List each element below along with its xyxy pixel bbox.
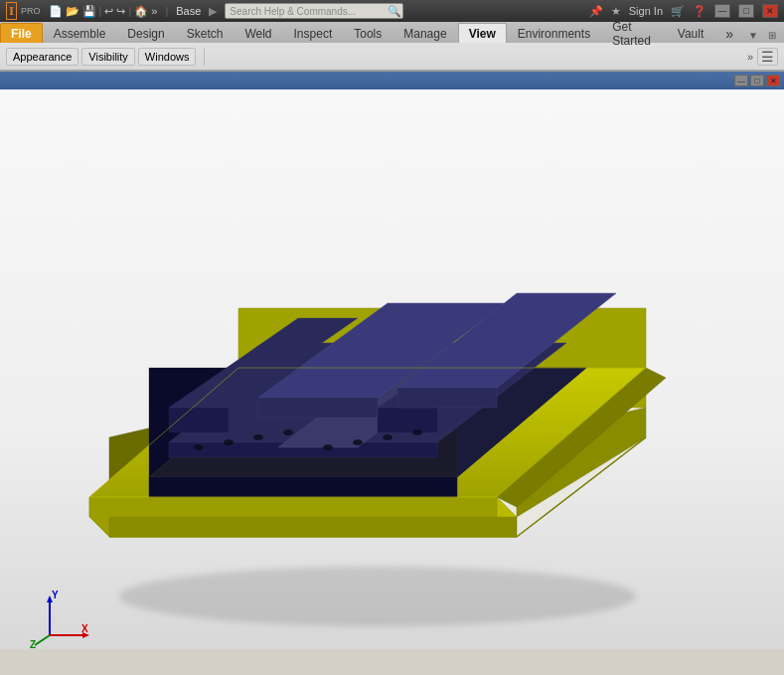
svg-marker-25 xyxy=(397,388,497,408)
help-icon[interactable]: ❓ xyxy=(693,5,706,18)
viewport-titlebar-buttons: — □ ✕ xyxy=(734,75,780,86)
svg-point-32 xyxy=(383,434,392,440)
signin-label[interactable]: Sign In xyxy=(629,5,663,17)
minimize-btn[interactable]: — xyxy=(714,4,730,18)
ribbon-btn-2[interactable]: Visibility xyxy=(81,48,135,66)
svg-point-30 xyxy=(323,444,333,450)
tab-view[interactable]: View xyxy=(458,23,507,43)
tab-more[interactable]: » xyxy=(714,23,744,43)
axes-indicator: Y X Z xyxy=(30,591,89,649)
open-icon[interactable]: 📂 xyxy=(66,5,79,18)
close-btn[interactable]: ✕ xyxy=(762,4,778,18)
viewport-container: — □ ✕ xyxy=(0,72,784,649)
app-icon: I xyxy=(6,2,17,20)
title-bar: I PRO 📄 📂 💾 | ↩ ↪ | 🏠 » | Base ▶ Search … xyxy=(0,0,784,22)
ribbon: File Assemble Design Sketch Weld Inspect… xyxy=(0,22,784,72)
breadcrumb-arrow: ▶ xyxy=(209,5,217,18)
svg-point-28 xyxy=(253,434,263,440)
titlebar-controls: 📌 ★ Sign In 🛒 ❓ — □ ✕ xyxy=(589,4,778,18)
svg-text:Z: Z xyxy=(30,639,36,649)
shop-icon[interactable]: 🛒 xyxy=(671,5,685,18)
cad-model-svg xyxy=(0,89,784,649)
app-edition: PRO xyxy=(21,6,41,16)
tab-design[interactable]: Design xyxy=(116,23,175,43)
maximize-btn[interactable]: □ xyxy=(738,4,754,18)
viewport-maximize-btn[interactable]: □ xyxy=(750,75,764,86)
svg-text:X: X xyxy=(81,623,88,634)
tab-get-started[interactable]: Get Started xyxy=(601,23,667,43)
viewport-3d[interactable]: Y X Z xyxy=(0,89,784,649)
ribbon-btn-3[interactable]: Windows xyxy=(138,48,197,66)
redo-icon[interactable]: ↪ xyxy=(116,5,125,18)
search-box-title[interactable]: Search Help & Commands... xyxy=(225,3,403,19)
breadcrumb-sep: | xyxy=(165,5,168,17)
svg-point-1 xyxy=(119,567,636,626)
titlebar-left: I PRO 📄 📂 💾 | ↩ ↪ | 🏠 » | Base ▶ Search … xyxy=(6,2,401,20)
more-icon[interactable]: » xyxy=(151,5,157,18)
tab-weld[interactable]: Weld xyxy=(234,23,282,43)
ribbon-btn-1[interactable]: Appearance xyxy=(6,48,78,66)
tab-sketch[interactable]: Sketch xyxy=(176,23,235,43)
fav-icon[interactable]: ★ xyxy=(611,5,621,18)
svg-point-29 xyxy=(283,429,293,435)
view-right-icon[interactable]: ☰ xyxy=(757,48,778,66)
tab-environments[interactable]: Environments xyxy=(507,23,601,43)
tab-inspect[interactable]: Inspect xyxy=(283,23,344,43)
ribbon-tabs: File Assemble Design Sketch Weld Inspect… xyxy=(0,22,784,43)
pin-icon[interactable]: 📌 xyxy=(589,5,603,18)
svg-point-26 xyxy=(194,444,204,450)
tab-manage[interactable]: Manage xyxy=(392,23,457,43)
svg-text:Y: Y xyxy=(52,591,59,600)
svg-point-33 xyxy=(412,429,422,435)
view-more-btn[interactable]: » xyxy=(747,51,753,63)
svg-marker-12 xyxy=(149,477,457,497)
tab-vault[interactable]: Vault xyxy=(667,23,714,43)
tab-file[interactable]: File xyxy=(0,23,43,43)
tab-assemble[interactable]: Assemble xyxy=(43,23,117,43)
ribbon-nav-icon[interactable]: ⊞ xyxy=(764,28,780,43)
undo-icon[interactable]: ↩ xyxy=(104,5,113,18)
viewport-close-btn[interactable]: ✕ xyxy=(766,75,780,86)
search-icon: 🔍 xyxy=(388,5,401,18)
viewport-minimize-btn[interactable]: — xyxy=(734,75,748,86)
main-area: — □ ✕ xyxy=(0,72,784,649)
breadcrumb-base: Base xyxy=(176,5,201,17)
ribbon-content: Appearance Visibility Windows » ☰ xyxy=(0,43,784,70)
svg-marker-23 xyxy=(258,398,378,418)
svg-marker-21 xyxy=(378,408,437,432)
svg-marker-3 xyxy=(109,517,517,537)
tab-tools[interactable]: Tools xyxy=(343,23,392,43)
svg-point-27 xyxy=(224,439,234,445)
save-icon[interactable]: 💾 xyxy=(82,5,96,18)
svg-line-46 xyxy=(35,635,50,645)
ribbon-dropdown-icon[interactable]: ▼ xyxy=(744,28,762,43)
new-icon[interactable]: 📄 xyxy=(49,5,63,18)
home-icon[interactable]: 🏠 xyxy=(134,5,148,18)
svg-point-31 xyxy=(353,439,363,445)
ribbon-group-1: Appearance Visibility Windows xyxy=(6,48,205,66)
viewport-titlebar: — □ ✕ xyxy=(0,72,784,89)
quick-access-icons: 📄 📂 💾 | ↩ ↪ | 🏠 » xyxy=(49,5,158,18)
